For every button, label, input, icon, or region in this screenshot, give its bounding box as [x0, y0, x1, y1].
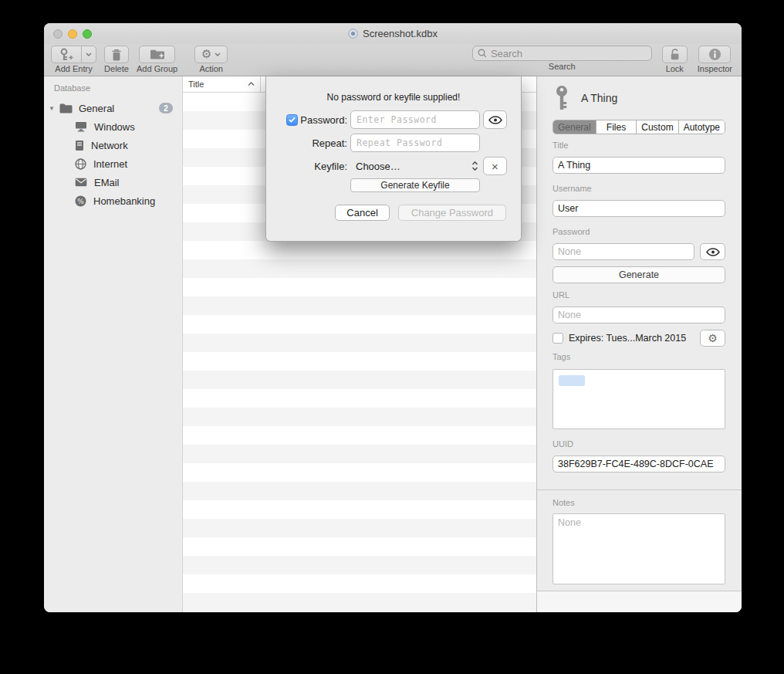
enter-password-input[interactable] [350, 110, 480, 129]
add-entry-label: Add Entry [55, 64, 92, 73]
username-field[interactable] [553, 200, 725, 217]
sidebar-item-network[interactable]: Network [44, 136, 182, 154]
sidebar-item-label: Network [91, 140, 128, 151]
keyfile-row: Keyfile: Choose… × [278, 157, 509, 175]
delete-label: Delete [104, 64, 129, 73]
tags-label: Tags [553, 352, 725, 362]
trash-icon [111, 49, 122, 61]
change-password-button[interactable]: Change Password [398, 205, 506, 221]
sidebar-item-homebanking[interactable]: % Homebanking [44, 191, 182, 210]
expires-label: Expires: Tues...March 2015 [569, 333, 686, 344]
title-bar[interactable]: Screenshot.kdbx [44, 23, 742, 44]
reveal-password-button[interactable] [700, 243, 725, 260]
info-icon [708, 48, 721, 61]
password-field[interactable] [553, 243, 694, 260]
expires-checkbox[interactable] [553, 333, 563, 344]
lock-button[interactable] [662, 46, 688, 63]
repeat-label: Repeat: [278, 137, 347, 149]
notes-field[interactable] [553, 513, 725, 584]
search-input[interactable] [489, 47, 647, 60]
add-group-button[interactable] [139, 46, 175, 63]
keyfile-label: Keyfile: [278, 161, 347, 172]
sort-ascending-icon [248, 82, 255, 86]
cancel-button[interactable]: Cancel [335, 205, 389, 221]
lock-item: Lock [662, 46, 688, 73]
change-password-sheet: No password or keyfile supplied! Passwor… [265, 76, 522, 242]
sidebar-header: Database [44, 83, 182, 93]
window-title: Screenshot.kdbx [363, 28, 438, 39]
password-row: Password: [278, 110, 509, 129]
delete-button[interactable] [104, 46, 129, 63]
gear-icon: ⚙ [708, 333, 718, 344]
action-item: ⚙ Action [194, 46, 228, 73]
entry-header: A Thing [553, 85, 725, 111]
title-field[interactable] [553, 157, 725, 174]
keyfile-popup[interactable]: Choose… [350, 157, 480, 175]
sidebar-item-label: Windows [94, 121, 135, 133]
uuid-label: UUID [553, 439, 725, 449]
sheet-buttons: Cancel Change Password [278, 205, 509, 221]
reveal-password-button[interactable] [483, 110, 507, 129]
generate-keyfile-row: Generate Keyfile [278, 178, 509, 192]
envelope-icon [75, 178, 87, 187]
stepper-icon [471, 161, 478, 171]
notes-label: Notes [553, 498, 725, 508]
generate-button[interactable]: Generate [553, 266, 725, 283]
tags-box[interactable] [553, 369, 725, 429]
column-title-label: Title [188, 80, 204, 89]
inspector-button[interactable] [698, 46, 731, 63]
column-header-title[interactable]: Title [183, 76, 261, 92]
key-icon [553, 85, 571, 111]
lock-label: Lock [666, 64, 684, 73]
password-checkbox[interactable] [286, 114, 298, 126]
chevron-down-icon [215, 52, 221, 56]
tab-custom[interactable]: Custom [637, 120, 678, 134]
action-button[interactable]: ⚙ [194, 46, 228, 63]
tab-autotype[interactable]: Autotype [679, 120, 725, 134]
search-label: Search [549, 62, 576, 71]
expires-settings-button[interactable]: ⚙ [700, 330, 725, 347]
tag-pill[interactable] [559, 375, 585, 386]
folder-icon [59, 103, 73, 113]
url-field[interactable] [553, 307, 725, 323]
sidebar-item-label: EMail [94, 177, 120, 188]
sidebar: Database ▼ General 2 Windows Network Int… [44, 76, 183, 612]
repeat-password-input[interactable] [350, 134, 480, 152]
notes-section: Notes [537, 489, 742, 588]
search-field[interactable] [472, 46, 652, 61]
svg-text:%: % [77, 197, 84, 205]
uuid-field[interactable] [553, 456, 725, 472]
sidebar-item-label: Homebanking [93, 195, 155, 207]
sidebar-item-email[interactable]: EMail [44, 173, 182, 191]
folder-plus-icon [150, 49, 165, 60]
add-entry-dropdown[interactable] [81, 46, 96, 63]
tab-general[interactable]: General [553, 120, 596, 134]
add-entry-item: Add Entry [51, 46, 96, 73]
delete-item: Delete [104, 46, 129, 73]
username-label: Username [553, 184, 725, 194]
app-window: Screenshot.kdbx Add Entry Delete [44, 23, 742, 612]
password-label: Password: [300, 114, 347, 126]
checkmark-icon [289, 117, 296, 123]
clear-keyfile-button[interactable]: × [483, 157, 507, 175]
title-label: Title [553, 141, 725, 151]
tab-files[interactable]: Files [596, 120, 637, 134]
content-area: Database ▼ General 2 Windows Network Int… [44, 76, 742, 612]
sidebar-item-general[interactable]: ▼ General 2 [44, 99, 182, 117]
document-icon [348, 29, 358, 39]
generate-keyfile-button[interactable]: Generate Keyfile [350, 178, 480, 192]
password-label-cell: Password: [278, 114, 347, 126]
inspector-panel: A Thing General Files Custom Autotype Ti… [536, 76, 742, 612]
sidebar-item-windows[interactable]: Windows [44, 117, 182, 136]
gear-icon: ⚙ [201, 49, 211, 60]
expires-row: Expires: Tues...March 2015 ⚙ [553, 330, 725, 347]
sheet-message: No password or keyfile supplied! [278, 92, 509, 103]
action-label: Action [199, 64, 223, 73]
key-plus-icon[interactable] [51, 46, 81, 63]
sidebar-item-internet[interactable]: Internet [44, 154, 182, 173]
add-entry-button[interactable] [51, 46, 96, 63]
eye-icon [706, 248, 720, 256]
chevron-down-icon [86, 52, 92, 56]
disclosure-triangle-icon[interactable]: ▼ [49, 105, 59, 112]
entry-count-badge: 2 [159, 103, 173, 113]
